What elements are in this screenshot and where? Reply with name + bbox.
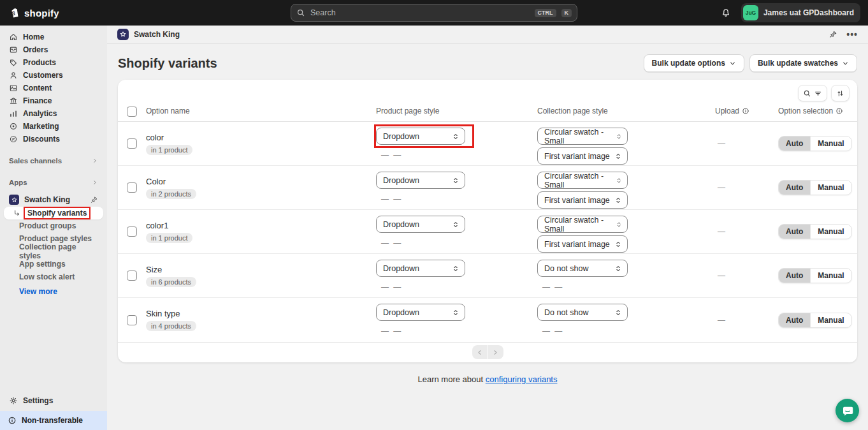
sidebar-item-label: Collection page styles — [19, 242, 98, 260]
style-select[interactable]: Circular swatch - Small — [537, 216, 628, 233]
notifications-button[interactable] — [717, 4, 735, 22]
style-select[interactable]: Dropdown — [376, 304, 465, 321]
info-icon — [835, 107, 843, 115]
pin-icon[interactable] — [90, 196, 98, 204]
manual-toggle-button[interactable]: Manual — [810, 225, 851, 239]
search-filter-button[interactable] — [798, 85, 827, 101]
product-count-badge: in 4 products — [146, 321, 196, 331]
sidebar-item-collection-page-styles[interactable]: Collection page styles — [4, 245, 103, 258]
next-page-button[interactable] — [488, 345, 503, 359]
select-value: Dropdown — [383, 308, 419, 317]
style-select[interactable]: Dropdown — [376, 172, 465, 189]
search-input[interactable] — [310, 8, 530, 17]
settings-label: Settings — [23, 396, 53, 405]
sidebar-item-shopify-variants[interactable]: Shopify variants — [4, 207, 103, 219]
auto-toggle-button[interactable]: Auto — [779, 137, 810, 151]
marketing-icon — [9, 122, 18, 131]
search-icon — [296, 8, 305, 17]
finance-icon — [9, 96, 18, 105]
sidebar-item-customers[interactable]: Customers — [4, 69, 103, 82]
app-title-bar: Swatch King ••• — [107, 26, 868, 44]
style-select[interactable]: First variant image — [537, 235, 628, 253]
sidebar-item-label: Shopify variants — [24, 207, 90, 219]
bell-icon — [721, 8, 731, 18]
row-checkbox[interactable] — [127, 271, 137, 281]
analytics-icon — [9, 109, 18, 118]
select-value: First variant image — [544, 240, 610, 249]
row-checkbox[interactable] — [127, 315, 137, 325]
style-select[interactable]: First variant image — [537, 191, 628, 209]
sidebar-item-product-groups[interactable]: Product groups — [4, 219, 103, 232]
upload-value: — — [715, 139, 778, 148]
shopify-bag-icon: S — [9, 7, 21, 19]
auto-toggle-button[interactable]: Auto — [779, 181, 810, 195]
sidebar-item-low-stock-alert[interactable]: Low stock alert — [4, 271, 103, 283]
style-select[interactable]: Dropdown — [376, 128, 465, 145]
empty-values: — — — [537, 279, 715, 292]
previous-page-button[interactable] — [472, 345, 488, 359]
sidebar-item-discounts[interactable]: Discounts — [4, 133, 103, 145]
auto-toggle-button[interactable]: Auto — [779, 225, 810, 239]
global-search[interactable]: CTRL K — [291, 4, 577, 22]
sidebar-item-analytics[interactable]: Analytics — [4, 107, 103, 120]
bulk-update-swatches-button[interactable]: Bulk update swatches — [749, 54, 857, 72]
sidebar-item-products[interactable]: Products — [4, 56, 103, 69]
style-select[interactable]: Do not show — [537, 260, 628, 277]
style-select[interactable]: Dropdown — [376, 216, 465, 233]
manual-toggle-button[interactable]: Manual — [810, 137, 851, 151]
sidebar-section-apps[interactable]: Apps — [4, 176, 103, 189]
style-select[interactable]: Circular swatch - Small — [537, 172, 628, 189]
column-header: Collection page style — [537, 107, 715, 115]
pin-icon[interactable] — [828, 30, 837, 39]
style-select[interactable]: Circular swatch - Small — [537, 128, 628, 145]
row-checkbox[interactable] — [127, 226, 137, 237]
select-value: Dropdown — [383, 264, 419, 273]
sidebar-item-home[interactable]: Home — [4, 31, 103, 43]
more-actions-icon[interactable]: ••• — [846, 31, 858, 38]
chat-widget-button[interactable] — [835, 399, 859, 422]
option-selection-toggle: AutoManual — [778, 268, 852, 283]
sidebar-item-swatch-king[interactable]: Swatch King — [4, 193, 103, 207]
manual-toggle-button[interactable]: Manual — [810, 181, 851, 195]
sidebar-item-marketing[interactable]: Marketing — [4, 120, 103, 133]
sidebar-item-content[interactable]: Content — [4, 82, 103, 94]
select-value: Dropdown — [383, 176, 419, 185]
style-select[interactable]: Dropdown — [376, 260, 465, 277]
sales-channels-label: Sales channels — [9, 157, 62, 165]
top-bar: S shopify CTRL K JuG James uat GPDashboa… — [0, 0, 868, 26]
bulk-update-options-button[interactable]: Bulk update options — [644, 54, 744, 72]
upload-value: — — [715, 271, 778, 280]
home-icon — [9, 33, 18, 41]
search-icon — [803, 89, 811, 98]
table-body: colorin 1 productDropdown— —Circular swa… — [118, 122, 857, 342]
sidebar-item-orders[interactable]: Orders — [4, 43, 103, 56]
row-checkbox[interactable] — [127, 182, 137, 193]
sidebar-item-finance[interactable]: Finance — [4, 94, 103, 107]
upload-value: — — [715, 316, 778, 325]
sort-icon — [836, 89, 844, 98]
chat-bubble-icon — [841, 404, 854, 417]
view-more-link[interactable]: View more — [4, 283, 103, 296]
shopify-logo[interactable]: S shopify — [0, 7, 68, 19]
sort-button[interactable] — [831, 85, 850, 101]
manual-toggle-button[interactable]: Manual — [810, 313, 851, 327]
product-count-badge: in 2 products — [146, 189, 196, 199]
sidebar-item-settings[interactable]: Settings — [4, 394, 103, 407]
option-name: Skin type — [146, 309, 376, 318]
option-selection-toggle: AutoManual — [778, 180, 852, 195]
style-select[interactable]: Do not show — [537, 304, 628, 321]
auto-toggle-button[interactable]: Auto — [779, 313, 810, 327]
row-checkbox[interactable] — [127, 138, 137, 149]
sidebar-section-sales-channels[interactable]: Sales channels — [4, 154, 103, 167]
manual-toggle-button[interactable]: Manual — [810, 269, 851, 283]
style-select[interactable]: First variant image — [537, 147, 628, 165]
option-selection-toggle: AutoManual — [778, 136, 852, 151]
plan-banner-label: Non-transferable — [22, 416, 83, 425]
updown-icon — [616, 133, 622, 140]
product-count-badge: in 6 products — [146, 277, 196, 287]
select-all-checkbox[interactable] — [127, 107, 137, 117]
auto-toggle-button[interactable]: Auto — [779, 269, 810, 283]
plan-banner[interactable]: Non-transferable — [0, 411, 107, 430]
user-menu[interactable]: JuG James uat GPDashboard — [741, 3, 860, 22]
configuring-variants-link[interactable]: configuring variants — [486, 374, 558, 384]
